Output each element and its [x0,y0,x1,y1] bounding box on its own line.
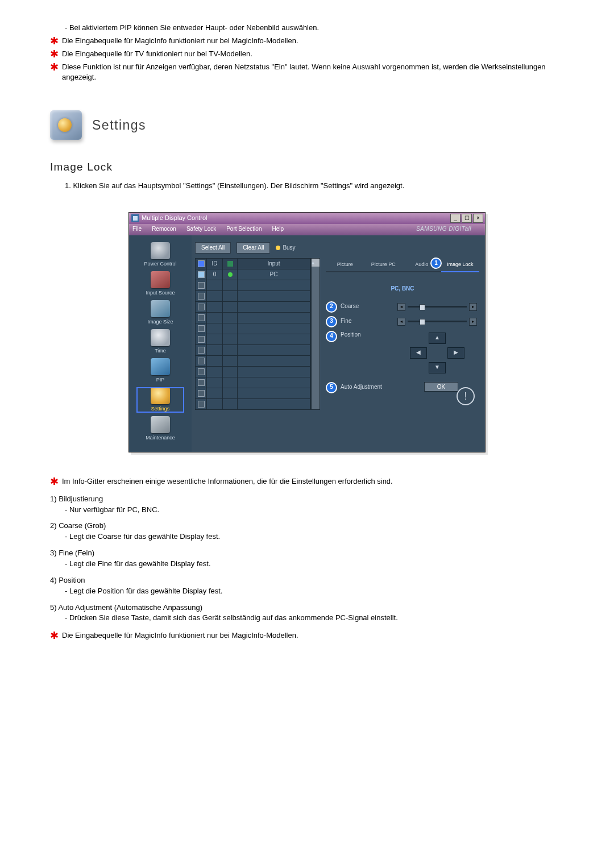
grid-header-id: ID [207,259,223,269]
table-row[interactable] [196,334,310,344]
note-star-1: ✱ Die Eingabequelle für MagicInfo funkti… [50,36,564,47]
position-down-button[interactable]: ▼ [429,362,446,373]
table-row[interactable] [196,280,310,290]
coarse-slider[interactable]: ◂ ▸ [395,303,479,311]
note-star-2: ✱ Die Eingabequelle für TV funktioniert … [50,49,564,60]
checkbox-icon[interactable] [198,358,205,364]
slider-thumb[interactable] [420,304,425,310]
list-head: 1) Bildjustierung [50,494,564,505]
select-all-button[interactable]: Select All [195,242,231,254]
numbered-list: 1) Bildjustierung - Nur verfügbar für PC… [50,494,564,624]
row-fine: 3 Fine ◂ ▸ [326,316,479,327]
table-row[interactable] [196,377,310,388]
checkbox-icon[interactable] [198,325,205,332]
table-row[interactable] [196,323,310,334]
grid-and-panel: ID Input 0 PC [195,258,479,410]
sidebar-label: Maintenance [136,434,184,442]
checkbox-icon[interactable] [198,379,205,386]
status-header-icon [227,261,233,267]
grid-header-check[interactable] [196,259,207,269]
auto-adjustment-label: Auto Adjustment [341,383,403,392]
sidebar-item-time[interactable]: Time [136,329,184,355]
settings-cube-icon [50,110,82,140]
tab-image-lock[interactable]: Image Lock [441,258,480,272]
ok-button[interactable]: OK [424,382,458,392]
checkbox-icon[interactable] [198,347,205,354]
checkbox-icon[interactable] [198,293,205,300]
checkbox-icon[interactable] [198,282,205,289]
table-row[interactable] [196,290,310,301]
sidebar-item-input-source[interactable]: Input Source [136,271,184,297]
info-icon[interactable]: ! [457,387,475,405]
close-button[interactable]: × [473,214,483,223]
maximize-button[interactable]: ☐ [462,214,472,223]
note-text: Im Info-Gitter erscheinen einige wesentl… [62,476,393,487]
note-star-3: ✱ Diese Funktion ist nur für Anzeigen ve… [50,62,564,84]
tab-picture-pc[interactable]: Picture PC [364,258,403,272]
table-row[interactable] [196,344,310,355]
sidebar-item-image-size[interactable]: Image Size [136,300,184,326]
checkbox-icon [198,271,205,278]
list-item: 5) Auto Adjustment (Automatische Anpassu… [50,603,564,624]
sidebar-item-maintenance[interactable]: Maintenance [136,416,184,442]
fine-slider[interactable]: ◂ ▸ [395,318,479,326]
scroll-up-icon[interactable]: ▴ [312,259,320,267]
coarse-label: Coarse [341,302,395,311]
badge-1: 1 [430,258,442,269]
slider-right-button[interactable]: ▸ [469,318,477,326]
tab-picture[interactable]: Picture [326,258,364,272]
bottom-note: ✱ Die Eingabequelle für MagicInfo funkti… [50,630,564,641]
svg-rect-1 [133,216,138,221]
list-item: 4) Position - Legt die Position für das … [50,575,564,597]
position-right-button[interactable]: ▶ [447,347,464,359]
table-row[interactable] [196,355,310,366]
table-row[interactable]: 0 PC [196,269,310,280]
checkbox-icon[interactable] [198,336,205,343]
sidebar-item-settings[interactable]: Settings [136,387,184,413]
sidebar-item-power-control[interactable]: Power Control [136,242,184,268]
section-heading: Settings [50,110,564,140]
note-text: Diese Funktion ist nur für Anzeigen verf… [62,62,564,84]
position-pad: ▲ ◀ ▶ ▼ [395,331,479,375]
slider-left-button[interactable]: ◂ [397,318,405,326]
minimize-button[interactable]: _ [450,214,460,223]
menu-help[interactable]: Help [272,225,284,234]
list-item: 1) Bildjustierung - Nur verfügbar für PC… [50,494,564,516]
table-row[interactable] [196,366,310,377]
menu-safety-lock[interactable]: Safety Lock [186,225,216,234]
grid-scrollbar[interactable]: ▴ [311,258,320,410]
checkbox-icon[interactable] [198,390,205,397]
checkbox-icon[interactable] [198,304,205,310]
slider-thumb[interactable] [420,319,425,325]
slider-right-button[interactable]: ▸ [469,303,477,311]
position-left-button[interactable]: ◀ [410,347,427,359]
table-row[interactable] [196,312,310,323]
slider-track[interactable] [408,321,467,322]
settings-icon [151,387,170,404]
sidebar-item-pip[interactable]: PIP [136,358,184,384]
list-head: 3) Fine (Fein) [50,548,564,559]
position-up-button[interactable]: ▲ [429,333,446,344]
list-sub: - Legt die Fine für das gewählte Display… [50,559,564,570]
slider-track[interactable] [408,306,467,308]
checkbox-icon[interactable] [198,314,205,321]
maintenance-icon [151,416,170,433]
row-check[interactable] [196,269,207,280]
table-row[interactable] [196,398,310,409]
menu-file[interactable]: File [132,225,142,234]
checkbox-icon[interactable] [198,368,205,375]
clear-all-button[interactable]: Clear All [237,242,270,254]
power-icon [151,242,170,259]
menu-remocon[interactable]: Remocon [152,225,176,234]
table-row[interactable] [196,301,310,312]
checkbox-icon[interactable] [198,401,205,408]
star-icon: ✱ [50,36,59,46]
menubar: File Remocon Safety Lock Port Selection … [129,224,485,235]
slider-left-button[interactable]: ◂ [397,303,405,311]
table-row[interactable] [196,388,310,398]
time-icon [151,329,170,346]
fine-label: Fine [341,317,395,326]
position-label: Position [341,331,395,339]
list-head: 5) Auto Adjustment (Automatische Anpassu… [50,603,564,613]
menu-port-selection[interactable]: Port Selection [226,225,262,234]
